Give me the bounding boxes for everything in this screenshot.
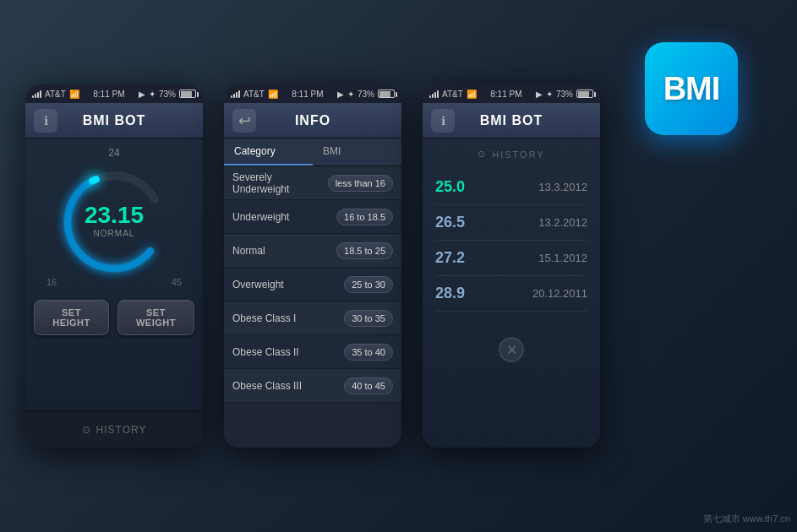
history-bmi-value: 28.9 [435, 285, 465, 302]
table-row: Obese Class III 40 to 45 [224, 369, 401, 403]
nav-title-2: INFO [295, 113, 330, 128]
history-label-1: HISTORY [96, 424, 147, 436]
status-bar-3: AT&T 📶 8:11 PM ▶ ✦ 73% [423, 84, 600, 103]
battery-icon-3 [576, 90, 593, 98]
wifi-icon-2: 📶 [268, 90, 278, 99]
status-left-3: AT&T 📶 [429, 90, 477, 99]
signal-icon [32, 90, 41, 98]
bluetooth-icon: ✦ [149, 90, 156, 99]
col-category: Category [224, 138, 313, 166]
info-button-1[interactable]: ℹ [34, 109, 57, 133]
location-icon-2: ▶ [337, 90, 344, 99]
row-bmi: 25 to 30 [344, 276, 393, 293]
bmi-buttons: SET HEIGHT SET WEIGHT [34, 300, 194, 335]
col-bmi: BMI [313, 138, 401, 166]
battery-pct-1: 73% [159, 90, 176, 99]
row-bmi: 30 to 35 [344, 310, 393, 327]
gauge-top-label: 24 [108, 147, 119, 159]
set-height-button[interactable]: SET HEIGHT [34, 300, 109, 335]
watermark: 第七城市 www.th7.cn [703, 513, 790, 525]
status-bar-1: AT&T 📶 8:11 PM ▶ ✦ 73% [25, 84, 203, 103]
row-category: Severely Underweight [232, 171, 328, 195]
status-right-1: ▶ ✦ 73% [139, 90, 196, 99]
table-row: Overweight 25 to 30 [224, 268, 401, 301]
status-right-2: ▶ ✦ 73% [337, 90, 395, 99]
table-header: Category BMI [224, 138, 401, 166]
row-bmi: 16 to 18.5 [336, 209, 393, 225]
time-2: 8:11 PM [292, 90, 323, 99]
table-row: Underweight 16 to 18.5 [224, 200, 401, 234]
bmi-value: 23.15 [85, 202, 144, 229]
carrier-3: AT&T [442, 90, 463, 99]
info-content: Category BMI Severely Underweight less t… [224, 138, 401, 448]
bmi-icon-text: BMI [663, 71, 720, 107]
history-list: 25.0 13.3.2012 26.5 13.2.2012 27.2 15.1.… [423, 170, 600, 312]
history-bmi-value: 27.2 [435, 249, 465, 267]
history-bar-1[interactable]: ⊙ HISTORY [25, 410, 203, 448]
history-date: 15.1.2012 [538, 252, 587, 264]
set-weight-button[interactable]: SET WEIGHT [117, 300, 194, 335]
status-bar-2: AT&T 📶 8:11 PM ▶ ✦ 73% [224, 84, 401, 103]
back-button-2[interactable]: ↩ [232, 109, 256, 133]
row-category: Overweight [232, 279, 344, 290]
row-category: Obese Class III [232, 380, 344, 392]
bmi-label: NORMAL [85, 229, 144, 238]
delete-area: ✕ [423, 312, 600, 388]
bmi-app-icon: BMI [645, 42, 738, 135]
phone-bmi-bot: AT&T 📶 8:11 PM ▶ ✦ 73% ℹ BMI BOT 24 [25, 84, 203, 448]
history-bmi-value: 26.5 [435, 214, 465, 231]
location-icon: ▶ [139, 90, 145, 99]
wifi-icon: 📶 [69, 90, 79, 99]
carrier-1: AT&T [45, 90, 66, 99]
row-bmi: 35 to 40 [344, 344, 393, 361]
history-date: 13.3.2012 [538, 181, 587, 193]
battery-icon-1 [179, 90, 196, 98]
bluetooth-icon-3: ✦ [546, 90, 553, 99]
gauge-container: 23.15 NORMAL [55, 163, 173, 281]
history-item: 25.0 13.3.2012 [435, 170, 587, 205]
history-content: ⊙ HISTORY 25.0 13.3.2012 26.5 13.2.2012 … [423, 138, 600, 448]
row-bmi: 40 to 45 [344, 377, 393, 394]
battery-pct-2: 73% [358, 90, 374, 99]
history-section-title: ⊙ HISTORY [423, 138, 600, 170]
battery-pct-3: 73% [556, 90, 573, 99]
bmi-content: 24 23.15 NORMAL 16 45 SET HEIGHT SET WEI… [25, 138, 203, 410]
signal-icon-3 [429, 90, 439, 98]
time-3: 8:11 PM [490, 90, 521, 99]
time-1: 8:11 PM [93, 90, 124, 99]
history-icon-1: ⊙ [82, 424, 91, 436]
nav-bar-3: ℹ BMI BOT [423, 103, 600, 138]
nav-bar-2: ↩ INFO [224, 103, 401, 138]
table-row: Obese Class I 30 to 35 [224, 301, 401, 335]
table-row: Obese Class II 35 to 40 [224, 335, 401, 369]
info-button-3[interactable]: ℹ [431, 109, 455, 133]
table-row: Severely Underweight less than 16 [224, 166, 401, 200]
row-category: Normal [232, 245, 336, 257]
row-category: Obese Class I [232, 312, 344, 324]
bluetooth-icon-2: ✦ [347, 90, 354, 99]
history-item: 27.2 15.1.2012 [435, 241, 587, 276]
history-item: 26.5 13.2.2012 [435, 205, 587, 241]
history-bmi-value: 25.0 [435, 178, 465, 196]
status-left-1: AT&T 📶 [32, 90, 79, 99]
row-category: Obese Class II [232, 346, 344, 358]
info-table: Severely Underweight less than 16 Underw… [224, 166, 401, 403]
carrier-2: AT&T [243, 90, 265, 99]
history-item: 28.9 20.12.2011 [435, 276, 587, 312]
row-category: Underweight [232, 211, 336, 223]
status-right-3: ▶ ✦ 73% [536, 90, 593, 99]
signal-icon-2 [231, 90, 240, 98]
delete-button[interactable]: ✕ [499, 337, 524, 362]
location-icon-3: ▶ [536, 90, 543, 99]
phone-info: AT&T 📶 8:11 PM ▶ ✦ 73% ↩ INFO Category B… [224, 84, 401, 448]
history-date: 13.2.2012 [538, 216, 587, 229]
battery-icon-2 [378, 90, 395, 98]
gauge-value: 23.15 NORMAL [85, 202, 144, 238]
nav-title-1: BMI BOT [83, 113, 146, 128]
history-date: 20.12.2011 [532, 287, 587, 300]
nav-bar-1: ℹ BMI BOT [25, 103, 203, 138]
row-bmi: 18.5 to 25 [336, 242, 393, 259]
row-bmi: less than 16 [328, 175, 393, 192]
wifi-icon-3: 📶 [467, 90, 477, 99]
table-row: Normal 18.5 to 25 [224, 234, 401, 268]
